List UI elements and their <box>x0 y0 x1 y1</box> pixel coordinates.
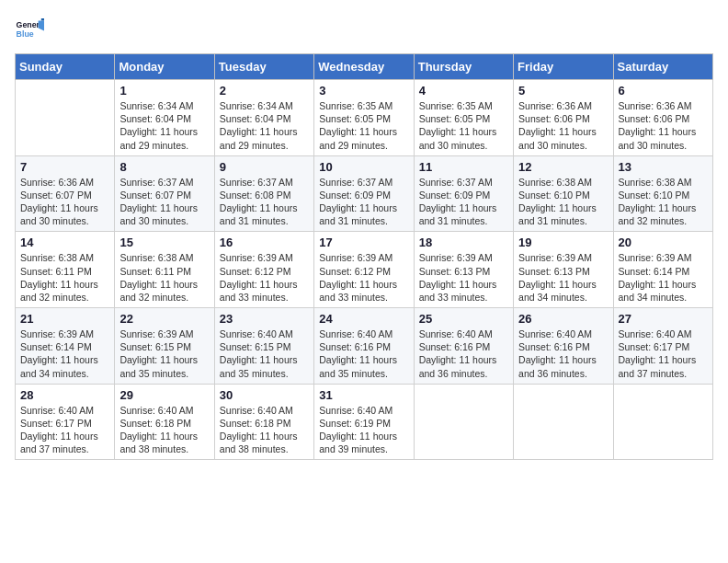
calendar-cell: 5Sunrise: 6:36 AMSunset: 6:06 PMDaylight… <box>514 80 613 156</box>
calendar-cell <box>414 384 513 460</box>
calendar-cell: 31Sunrise: 6:40 AMSunset: 6:19 PMDayligh… <box>314 384 414 460</box>
day-number: 19 <box>518 236 608 249</box>
day-info: Sunrise: 6:39 AMSunset: 6:14 PMDaylight:… <box>20 327 109 380</box>
calendar-header-cell: Sunday <box>16 54 115 80</box>
day-number: 26 <box>518 312 608 326</box>
day-number: 22 <box>119 312 209 326</box>
day-info: Sunrise: 6:39 AMSunset: 6:12 PMDaylight:… <box>319 251 408 304</box>
calendar-week-row: 1Sunrise: 6:34 AMSunset: 6:04 PMDaylight… <box>16 80 713 156</box>
day-info: Sunrise: 6:40 AMSunset: 6:16 PMDaylight:… <box>319 327 408 380</box>
calendar-cell: 30Sunrise: 6:40 AMSunset: 6:18 PMDayligh… <box>214 384 313 460</box>
day-info: Sunrise: 6:39 AMSunset: 6:15 PMDaylight:… <box>119 327 209 380</box>
calendar-week-row: 7Sunrise: 6:36 AMSunset: 6:07 PMDaylight… <box>16 155 713 232</box>
day-number: 10 <box>319 160 408 174</box>
day-number: 23 <box>220 312 309 326</box>
day-number: 9 <box>220 160 309 174</box>
day-info: Sunrise: 6:38 AMSunset: 6:10 PMDaylight:… <box>518 176 608 228</box>
day-info: Sunrise: 6:37 AMSunset: 6:08 PMDaylight:… <box>220 176 309 228</box>
day-info: Sunrise: 6:37 AMSunset: 6:07 PMDaylight:… <box>119 176 209 228</box>
calendar-cell: 7Sunrise: 6:36 AMSunset: 6:07 PMDaylight… <box>16 155 115 232</box>
day-number: 27 <box>619 312 708 326</box>
calendar-cell: 3Sunrise: 6:35 AMSunset: 6:05 PMDaylight… <box>314 80 414 156</box>
day-info: Sunrise: 6:34 AMSunset: 6:04 PMDaylight:… <box>220 99 309 152</box>
calendar-header-cell: Monday <box>115 54 214 80</box>
day-number: 1 <box>119 84 209 98</box>
day-number: 29 <box>119 388 209 402</box>
day-number: 25 <box>419 312 508 326</box>
calendar-cell: 10Sunrise: 6:37 AMSunset: 6:09 PMDayligh… <box>314 155 414 232</box>
calendar-week-row: 14Sunrise: 6:38 AMSunset: 6:11 PMDayligh… <box>16 232 713 308</box>
day-number: 8 <box>119 160 209 174</box>
day-number: 28 <box>20 388 109 402</box>
day-number: 16 <box>220 236 309 249</box>
day-number: 11 <box>419 160 508 174</box>
day-number: 20 <box>619 236 708 249</box>
calendar-cell: 8Sunrise: 6:37 AMSunset: 6:07 PMDaylight… <box>115 155 214 232</box>
day-number: 18 <box>419 236 508 249</box>
day-info: Sunrise: 6:40 AMSunset: 6:16 PMDaylight:… <box>419 327 508 380</box>
calendar-cell: 22Sunrise: 6:39 AMSunset: 6:15 PMDayligh… <box>115 308 214 385</box>
day-info: Sunrise: 6:36 AMSunset: 6:06 PMDaylight:… <box>619 99 708 152</box>
day-info: Sunrise: 6:40 AMSunset: 6:19 PMDaylight:… <box>319 404 408 456</box>
calendar-header-cell: Saturday <box>613 54 712 80</box>
calendar-cell: 19Sunrise: 6:39 AMSunset: 6:13 PMDayligh… <box>514 232 613 308</box>
calendar-cell: 27Sunrise: 6:40 AMSunset: 6:17 PMDayligh… <box>613 308 712 385</box>
calendar-cell: 26Sunrise: 6:40 AMSunset: 6:16 PMDayligh… <box>514 308 613 385</box>
day-info: Sunrise: 6:39 AMSunset: 6:13 PMDaylight:… <box>419 251 508 304</box>
calendar-cell: 12Sunrise: 6:38 AMSunset: 6:10 PMDayligh… <box>514 155 613 232</box>
logo: General Blue <box>15 15 44 44</box>
day-info: Sunrise: 6:35 AMSunset: 6:05 PMDaylight:… <box>419 99 508 152</box>
calendar-cell: 24Sunrise: 6:40 AMSunset: 6:16 PMDayligh… <box>314 308 414 385</box>
day-info: Sunrise: 6:40 AMSunset: 6:18 PMDaylight:… <box>119 404 209 456</box>
day-info: Sunrise: 6:39 AMSunset: 6:14 PMDaylight:… <box>619 251 708 304</box>
day-info: Sunrise: 6:39 AMSunset: 6:13 PMDaylight:… <box>518 251 608 304</box>
calendar-cell: 23Sunrise: 6:40 AMSunset: 6:15 PMDayligh… <box>214 308 313 385</box>
calendar-cell: 4Sunrise: 6:35 AMSunset: 6:05 PMDaylight… <box>414 80 513 156</box>
day-number: 21 <box>20 312 109 326</box>
day-info: Sunrise: 6:38 AMSunset: 6:11 PMDaylight:… <box>119 251 209 304</box>
day-number: 7 <box>20 160 109 174</box>
day-info: Sunrise: 6:40 AMSunset: 6:17 PMDaylight:… <box>619 327 708 380</box>
day-info: Sunrise: 6:38 AMSunset: 6:10 PMDaylight:… <box>619 176 708 228</box>
day-info: Sunrise: 6:40 AMSunset: 6:18 PMDaylight:… <box>220 404 309 456</box>
calendar-cell <box>16 80 115 156</box>
calendar-cell: 15Sunrise: 6:38 AMSunset: 6:11 PMDayligh… <box>115 232 214 308</box>
calendar-cell: 11Sunrise: 6:37 AMSunset: 6:09 PMDayligh… <box>414 155 513 232</box>
day-number: 13 <box>619 160 708 174</box>
day-info: Sunrise: 6:38 AMSunset: 6:11 PMDaylight:… <box>20 251 109 304</box>
calendar-cell: 9Sunrise: 6:37 AMSunset: 6:08 PMDaylight… <box>214 155 313 232</box>
calendar-week-row: 28Sunrise: 6:40 AMSunset: 6:17 PMDayligh… <box>16 384 713 460</box>
calendar-cell: 13Sunrise: 6:38 AMSunset: 6:10 PMDayligh… <box>613 155 712 232</box>
day-number: 2 <box>220 84 309 98</box>
day-info: Sunrise: 6:37 AMSunset: 6:09 PMDaylight:… <box>319 176 408 228</box>
calendar-cell: 6Sunrise: 6:36 AMSunset: 6:06 PMDaylight… <box>613 80 712 156</box>
calendar-table: SundayMondayTuesdayWednesdayThursdayFrid… <box>15 53 713 460</box>
day-info: Sunrise: 6:37 AMSunset: 6:09 PMDaylight:… <box>419 176 508 228</box>
day-number: 5 <box>518 84 608 98</box>
calendar-cell: 17Sunrise: 6:39 AMSunset: 6:12 PMDayligh… <box>314 232 414 308</box>
day-info: Sunrise: 6:40 AMSunset: 6:15 PMDaylight:… <box>220 327 309 380</box>
page-header: General Blue <box>15 15 713 44</box>
calendar-cell: 18Sunrise: 6:39 AMSunset: 6:13 PMDayligh… <box>414 232 513 308</box>
day-info: Sunrise: 6:40 AMSunset: 6:17 PMDaylight:… <box>20 404 109 456</box>
day-number: 31 <box>319 388 408 402</box>
calendar-cell: 14Sunrise: 6:38 AMSunset: 6:11 PMDayligh… <box>16 232 115 308</box>
calendar-cell: 21Sunrise: 6:39 AMSunset: 6:14 PMDayligh… <box>16 308 115 385</box>
calendar-header-cell: Tuesday <box>214 54 313 80</box>
calendar-cell: 2Sunrise: 6:34 AMSunset: 6:04 PMDaylight… <box>214 80 313 156</box>
calendar-week-row: 21Sunrise: 6:39 AMSunset: 6:14 PMDayligh… <box>16 308 713 385</box>
day-info: Sunrise: 6:35 AMSunset: 6:05 PMDaylight:… <box>319 99 408 152</box>
day-number: 14 <box>20 236 109 249</box>
calendar-cell <box>613 384 712 460</box>
day-number: 15 <box>119 236 209 249</box>
calendar-header-row: SundayMondayTuesdayWednesdayThursdayFrid… <box>16 54 713 80</box>
day-number: 12 <box>518 160 608 174</box>
calendar-header-cell: Thursday <box>414 54 513 80</box>
calendar-cell: 20Sunrise: 6:39 AMSunset: 6:14 PMDayligh… <box>613 232 712 308</box>
svg-marker-3 <box>41 18 44 20</box>
calendar-header-cell: Friday <box>514 54 613 80</box>
day-number: 3 <box>319 84 408 98</box>
day-info: Sunrise: 6:40 AMSunset: 6:16 PMDaylight:… <box>518 327 608 380</box>
svg-text:Blue: Blue <box>17 29 34 39</box>
day-info: Sunrise: 6:39 AMSunset: 6:12 PMDaylight:… <box>220 251 309 304</box>
